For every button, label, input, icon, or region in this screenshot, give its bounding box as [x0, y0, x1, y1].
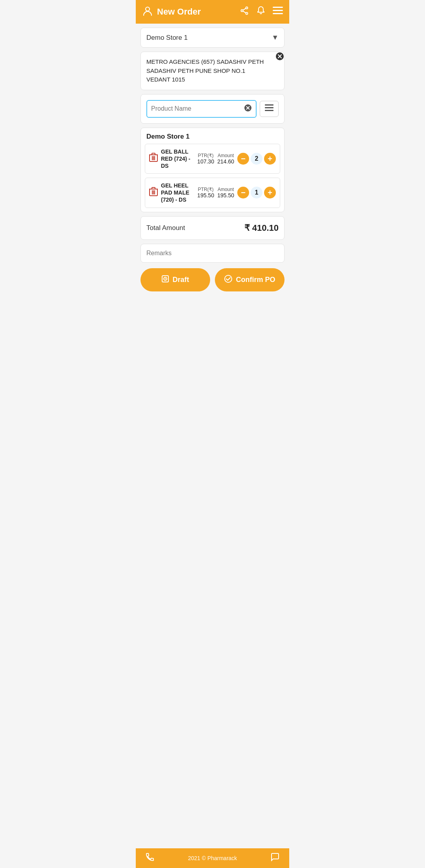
header-left: New Order [142, 5, 201, 19]
qty-increment-item1[interactable]: + [264, 153, 276, 165]
svg-point-33 [225, 275, 232, 282]
confirm-icon [224, 274, 233, 285]
svg-rect-17 [265, 110, 273, 111]
product-ptr-item2: PTR(₹) 195.50 [197, 187, 214, 198]
product-row: GEL BALL RED (724) - DS PTR(₹) 107.30 Am… [145, 144, 280, 174]
svg-rect-6 [273, 7, 283, 8]
svg-rect-15 [265, 104, 273, 106]
qty-control-item1: − 2 + [237, 153, 276, 165]
draft-icon [161, 275, 169, 285]
product-name-item2: GEL HEEL PAD MALE (720) - DS [161, 182, 194, 204]
delete-icon-item1[interactable] [149, 153, 158, 164]
draft-button-label: Draft [172, 276, 189, 284]
page-title: New Order [157, 7, 201, 17]
svg-rect-8 [273, 13, 283, 14]
menu-icon[interactable] [273, 7, 283, 17]
svg-rect-26 [152, 187, 155, 189]
confirm-po-button[interactable]: Confirm PO [215, 268, 285, 291]
chevron-down-icon: ▼ [272, 33, 279, 42]
delete-icon-item2[interactable] [149, 187, 158, 198]
svg-point-3 [246, 13, 248, 15]
svg-rect-20 [152, 153, 155, 155]
store-dropdown-label: Demo Store 1 [146, 34, 188, 42]
qty-value-item1: 2 [251, 153, 262, 165]
svg-point-32 [165, 278, 166, 279]
total-label: Total Amount [146, 224, 185, 232]
product-ptr-item1: PTR(₹) 107.30 [197, 153, 214, 165]
svg-rect-7 [273, 10, 283, 11]
svg-point-0 [146, 7, 150, 11]
product-amount-item2: Amount 195.50 [217, 187, 234, 198]
product-amount-item1: Amount 214.60 [217, 153, 234, 165]
product-name-item1: GEL BALL RED (724) - DS [161, 148, 194, 170]
svg-line-5 [243, 11, 246, 13]
svg-point-1 [246, 7, 248, 9]
svg-rect-16 [265, 107, 273, 108]
store-dropdown[interactable]: Demo Store 1 ▼ [146, 33, 279, 42]
product-search-card [140, 94, 285, 124]
qty-value-item2: 1 [251, 187, 262, 198]
qty-decrement-item1[interactable]: − [237, 153, 249, 165]
header-icons [240, 6, 283, 18]
order-store-title: Demo Store 1 [141, 128, 284, 144]
svg-point-2 [241, 10, 243, 12]
share-icon[interactable] [240, 6, 249, 18]
address-text: METRO AGENCIES (657) SADASHIV PETH SADAS… [146, 57, 279, 84]
qty-increment-item2[interactable]: + [264, 187, 276, 198]
qty-control-item2: − 1 + [237, 187, 276, 198]
product-name-input[interactable] [151, 105, 244, 112]
user-icon[interactable] [142, 5, 153, 19]
product-input-wrapper [146, 100, 257, 118]
total-value: ₹ 410.10 [244, 223, 279, 233]
confirm-po-button-label: Confirm PO [236, 276, 275, 284]
address-clear-icon[interactable] [275, 52, 284, 63]
remarks-input[interactable] [146, 250, 279, 257]
bell-icon[interactable] [256, 6, 266, 18]
order-section: Demo Store 1 GEL BALL RED (724) - DS PTR… [140, 128, 285, 212]
product-clear-icon[interactable] [244, 104, 252, 114]
remarks-card [140, 244, 285, 263]
svg-line-4 [243, 8, 246, 10]
app-header: New Order [136, 0, 289, 24]
product-row: GEL HEEL PAD MALE (720) - DS PTR(₹) 195.… [145, 178, 280, 208]
product-search-row [146, 100, 279, 118]
product-info-item1: GEL BALL RED (724) - DS [161, 148, 194, 170]
product-info-item2: GEL HEEL PAD MALE (720) - DS [161, 182, 194, 204]
product-list-icon[interactable] [260, 101, 279, 117]
total-amount-card: Total Amount ₹ 410.10 [140, 216, 285, 240]
address-card: METRO AGENCIES (657) SADASHIV PETH SADAS… [140, 52, 285, 90]
qty-decrement-item2[interactable]: − [237, 187, 249, 198]
draft-button[interactable]: Draft [140, 268, 210, 291]
action-buttons-row: Draft Confirm PO [140, 268, 285, 291]
main-content: Demo Store 1 ▼ METRO AGENCIES (657) SADA… [136, 24, 289, 323]
store-dropdown-card[interactable]: Demo Store 1 ▼ [140, 28, 285, 48]
